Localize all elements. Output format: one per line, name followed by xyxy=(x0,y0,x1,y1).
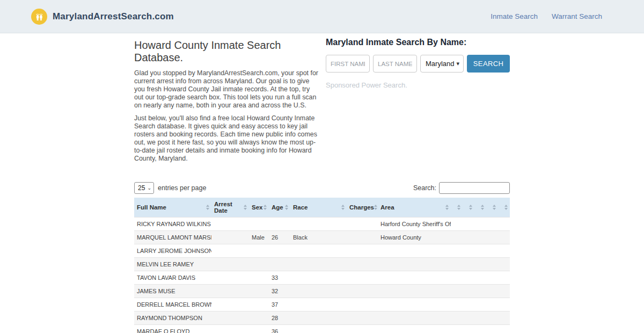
table-row[interactable]: LARRY JEROME JOHNSON xyxy=(134,244,510,258)
table-cell xyxy=(474,298,486,312)
table-search-input[interactable] xyxy=(439,182,510,194)
sort-arrows-icon[interactable] xyxy=(374,205,377,210)
column-header[interactable] xyxy=(486,198,498,218)
table-row[interactable]: MELVIN LEE RAMEY xyxy=(134,258,510,271)
table-row[interactable]: TAVON LAVAR DAVIS33 xyxy=(134,271,510,285)
sort-arrows-icon[interactable] xyxy=(493,205,496,210)
site-title: MarylandArrestSearch.com xyxy=(53,11,174,22)
sort-arrows-icon[interactable] xyxy=(285,205,288,210)
search-button[interactable]: SEARCH xyxy=(467,55,510,73)
table-cell: 28 xyxy=(269,312,290,325)
column-label: Age xyxy=(272,204,283,211)
table-cell xyxy=(290,244,347,258)
column-header[interactable] xyxy=(463,198,474,218)
table-cell xyxy=(486,218,498,231)
table-cell xyxy=(249,244,269,258)
column-header-charges[interactable]: Charges xyxy=(347,198,378,218)
table-cell xyxy=(498,298,510,312)
table-cell: 26 xyxy=(269,231,290,244)
column-header[interactable] xyxy=(498,198,510,218)
sort-arrows-icon[interactable] xyxy=(504,205,508,210)
table-cell xyxy=(347,325,378,333)
column-label: Charges xyxy=(349,204,374,211)
table-cell xyxy=(378,258,451,271)
column-header-sex[interactable]: Sex xyxy=(249,198,269,218)
state-select[interactable]: Maryland ▾ xyxy=(420,55,464,73)
table-cell xyxy=(451,298,463,312)
table-cell xyxy=(347,271,378,285)
table-cell: Harford County Sheriff's Office xyxy=(378,218,451,231)
entries-per-page-label: entries per page xyxy=(158,184,206,192)
column-label: Sex xyxy=(252,204,262,211)
table-cell xyxy=(249,325,269,333)
table-cell: MARDAE O FLOYD xyxy=(134,325,211,333)
column-header-arrest-date[interactable]: Arrest Date xyxy=(211,198,249,218)
article-column: Howard County Inmate Search Database. Gl… xyxy=(134,35,326,168)
table-row[interactable]: MARDAE O FLOYD36 xyxy=(134,325,510,333)
sort-arrows-icon[interactable] xyxy=(445,205,449,210)
sort-arrows-icon[interactable] xyxy=(244,205,247,210)
column-header[interactable] xyxy=(474,198,486,218)
table-cell xyxy=(451,271,463,285)
nav-warrant-search[interactable]: Warrant Search xyxy=(552,12,602,20)
site-logo[interactable]: MarylandArrestSearch.com xyxy=(31,9,174,25)
sort-arrows-icon[interactable] xyxy=(341,205,345,210)
table-row[interactable]: MARQUEL LAMONT MARSHALLMale26BlackHoward… xyxy=(134,231,510,244)
table-cell xyxy=(249,271,269,285)
table-cell xyxy=(486,271,498,285)
table-row[interactable]: RICKY RAYNARD WILKINSHarford County Sher… xyxy=(134,218,510,231)
table-cell xyxy=(249,285,269,298)
page-size-select[interactable]: 25 ⌄ xyxy=(134,182,154,194)
table-cell xyxy=(347,231,378,244)
table-cell xyxy=(378,298,451,312)
table-cell xyxy=(290,258,347,271)
name-search-panel: Maryland Inmate Search By Name: Maryland… xyxy=(326,35,510,168)
column-header-race[interactable]: Race xyxy=(290,198,347,218)
column-label: Full Name xyxy=(137,204,166,211)
sort-arrows-icon[interactable] xyxy=(457,205,460,210)
table-cell xyxy=(498,325,510,333)
table-cell xyxy=(211,271,249,285)
table-row[interactable]: RAYMOND THOMPSON28 xyxy=(134,312,510,325)
column-header-full-name[interactable]: Full Name xyxy=(134,198,211,218)
table-cell xyxy=(269,258,290,271)
footprints-icon xyxy=(31,9,47,25)
table-cell: LARRY JEROME JOHNSON xyxy=(134,244,211,258)
sort-arrows-icon[interactable] xyxy=(481,205,484,210)
column-header[interactable] xyxy=(451,198,463,218)
table-cell xyxy=(378,271,451,285)
table-cell xyxy=(474,285,486,298)
table-cell xyxy=(498,218,510,231)
table-cell xyxy=(474,312,486,325)
last-name-input[interactable] xyxy=(373,55,417,73)
column-header-age[interactable]: Age xyxy=(269,198,290,218)
table-cell xyxy=(451,231,463,244)
sort-arrows-icon[interactable] xyxy=(206,205,209,210)
table-cell xyxy=(474,244,486,258)
column-header-area[interactable]: Area xyxy=(378,198,451,218)
sponsored-note: Sponsored Power Search. xyxy=(326,81,510,89)
table-cell xyxy=(290,271,347,285)
table-row[interactable]: JAMES MUSE32 xyxy=(134,285,510,298)
nav-inmate-search[interactable]: Inmate Search xyxy=(491,12,538,20)
table-cell xyxy=(463,218,474,231)
first-name-input[interactable] xyxy=(326,55,370,73)
inmate-table-header: Full NameArrest DateSexAgeRaceChargesAre… xyxy=(134,198,510,218)
top-nav: Inmate Search Warrant Search xyxy=(491,12,602,20)
table-cell: MARQUEL LAMONT MARSHALL xyxy=(134,231,211,244)
table-cell xyxy=(463,258,474,271)
table-row[interactable]: DERRELL MARCEL BROWN37 xyxy=(134,298,510,312)
table-cell xyxy=(498,258,510,271)
sort-arrows-icon[interactable] xyxy=(469,205,472,210)
site-header: MarylandArrestSearch.com Inmate Search W… xyxy=(0,0,644,33)
table-cell: DERRELL MARCEL BROWN xyxy=(134,298,211,312)
table-cell xyxy=(269,218,290,231)
sort-arrows-icon[interactable] xyxy=(264,205,267,210)
table-cell xyxy=(474,231,486,244)
table-cell xyxy=(474,271,486,285)
column-label: Arrest Date xyxy=(214,201,244,214)
inmate-table-body: RICKY RAYNARD WILKINSHarford County Sher… xyxy=(134,218,510,333)
article-paragraph: Glad you stopped by MarylandArrestSearch… xyxy=(134,69,318,110)
table-cell xyxy=(463,285,474,298)
table-cell xyxy=(211,244,249,258)
